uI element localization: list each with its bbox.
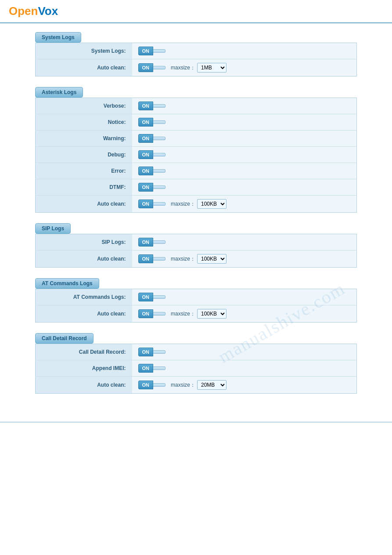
maxsize-select[interactable]: 100KB500KB1MB5MB10MB20MB [197,199,227,209]
toggle-on-label: ON [138,183,154,192]
row-control: ON [132,289,357,305]
toggle-on-label: ON [138,348,154,356]
maxsize-select[interactable]: 100KB500KB1MB5MB10MB20MB [197,309,227,319]
row-label: System Logs: [36,43,132,59]
section-title-sip-logs: SIP Logs [35,223,71,234]
table-row: Auto clean:ONmaxsize：100KB500KB1MB5MB10M… [36,305,357,323]
maxsize-label: maxsize： [171,311,195,317]
row-control: ON [132,147,357,163]
table-row: Auto clean:ONmaxsize：100KB500KB1MB5MB10M… [36,59,357,76]
row-control: ON [132,179,357,196]
table-row: Auto clean:ONmaxsize：100KB500KB1MB5MB10M… [36,196,357,213]
row-label: Auto clean: [36,196,132,213]
row-control: ON [132,98,357,114]
section-sip-logs: SIP LogsSIP Logs:ONAuto clean:ONmaxsize：… [35,223,357,268]
table-row: Error:ON [36,163,357,179]
toggle-button[interactable]: ON [138,348,166,356]
row-label: Auto clean: [36,305,132,323]
toggle-button[interactable]: ON [138,364,166,373]
toggle-off-part [153,185,165,189]
main-content: System LogsSystem Logs:ONAuto clean:ONma… [0,23,392,413]
toggle-off-part [153,120,165,124]
toggle-button[interactable]: ON [138,254,166,263]
page-header: OpenVox [0,0,392,23]
toggle-on-label: ON [138,254,154,263]
toggle-on-label: ON [138,47,154,55]
toggle-off-part [153,104,165,108]
row-label: Notice: [36,114,132,131]
section-title-asterisk-logs: Asterisk Logs [35,87,83,98]
logo-open: Open [9,4,38,18]
row-control: ONmaxsize：100KB500KB1MB5MB10MB20MB [132,305,357,323]
toggle-off-part [153,312,165,316]
toggle-button[interactable]: ON [138,167,166,175]
toggle-on-label: ON [138,381,154,389]
row-label: Warning: [36,131,132,147]
table-asterisk-logs: Verbose:ONNotice:ONWarning:ONDebug:ONErr… [35,98,357,213]
row-control: ON [132,114,357,131]
table-row: AT Commands Logs:ON [36,289,357,305]
toggle-off-part [153,66,165,69]
table-row: Debug:ON [36,147,357,163]
toggle-off-part [153,137,165,140]
row-label: Verbose: [36,98,132,114]
toggle-button[interactable]: ON [138,183,166,192]
table-row: Warning:ON [36,131,357,147]
row-control: ONmaxsize：100KB500KB1MB5MB10MB20MB [132,250,357,268]
toggle-button[interactable]: ON [138,293,166,301]
toggle-button[interactable]: ON [138,381,166,389]
row-control: ON [132,234,357,250]
maxsize-label: maxsize： [171,65,195,71]
maxsize-label: maxsize： [171,382,195,388]
table-row: System Logs:ON [36,43,357,59]
toggle-on-label: ON [138,118,154,127]
toggle-on-label: ON [138,63,154,72]
toggle-on-label: ON [138,134,154,143]
toggle-button[interactable]: ON [138,118,166,127]
section-at-commands-logs: AT Commands LogsAT Commands Logs:ONAuto … [35,278,357,323]
toggle-on-label: ON [138,309,154,318]
toggle-off-part [153,153,165,156]
section-title-system-logs: System Logs [35,32,81,43]
maxsize-label: maxsize： [171,256,195,262]
table-row: Call Detail Record:ON [36,344,357,360]
maxsize-select[interactable]: 100KB500KB1MB5MB10MB20MB [197,63,227,73]
toggle-button[interactable]: ON [138,150,166,159]
table-row: Auto clean:ONmaxsize：100KB500KB1MB5MB10M… [36,250,357,268]
table-at-commands-logs: AT Commands Logs:ONAuto clean:ONmaxsize：… [35,289,357,323]
toggle-button[interactable]: ON [138,63,166,72]
row-control: ONmaxsize：100KB500KB1MB5MB10MB20MB [132,196,357,213]
table-row: Auto clean:ONmaxsize：100KB500KB1MB5MB10M… [36,377,357,394]
toggle-on-label: ON [138,102,154,110]
row-control: ONmaxsize：100KB500KB1MB5MB10MB20MB [132,377,357,394]
toggle-off-part [153,383,165,387]
toggle-off-part [153,295,165,299]
toggle-on-label: ON [138,364,154,373]
table-row: Append IMEI:ON [36,360,357,377]
section-asterisk-logs: Asterisk LogsVerbose:ONNotice:ONWarning:… [35,87,357,213]
logo-vox: Vox [38,4,58,18]
row-label: Append IMEI: [36,360,132,377]
toggle-button[interactable]: ON [138,134,166,143]
toggle-button[interactable]: ON [138,238,166,247]
row-control: ON [132,360,357,377]
toggle-button[interactable]: ON [138,47,166,55]
row-control: ON [132,163,357,179]
maxsize-select[interactable]: 100KB500KB1MB5MB10MB20MB [197,254,227,264]
row-control: ONmaxsize：100KB500KB1MB5MB10MB20MB [132,59,357,76]
row-label: Auto clean: [36,250,132,268]
row-label: Call Detail Record: [36,344,132,360]
table-sip-logs: SIP Logs:ONAuto clean:ONmaxsize：100KB500… [35,234,357,268]
row-label: Debug: [36,147,132,163]
section-title-at-commands-logs: AT Commands Logs [35,278,99,289]
row-control: ON [132,131,357,147]
toggle-button[interactable]: ON [138,200,166,208]
row-label: DTMF: [36,179,132,196]
maxsize-select[interactable]: 100KB500KB1MB5MB10MB20MB [197,380,227,390]
toggle-button[interactable]: ON [138,309,166,318]
toggle-off-part [153,49,165,53]
toggle-off-part [153,202,165,206]
toggle-button[interactable]: ON [138,102,166,110]
toggle-off-part [153,257,165,261]
row-label: Auto clean: [36,59,132,76]
